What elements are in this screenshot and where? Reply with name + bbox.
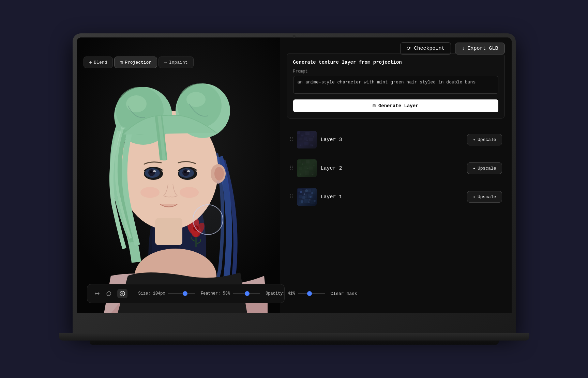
inpaint-label: Inpaint: [169, 60, 188, 65]
opacity-slider[interactable]: [298, 293, 325, 294]
layer-item-3: ⠿: [287, 127, 505, 153]
top-bar: ⟳ Checkpoint ↓ Export GLB: [393, 37, 511, 60]
feather-control: Feather: 53%: [201, 291, 260, 296]
prompt-input[interactable]: an anime-style character with mint green…: [293, 76, 498, 94]
laptop-camera: [293, 35, 296, 38]
layer-2-name: Layer 2: [321, 166, 463, 171]
svg-point-50: [300, 145, 301, 146]
svg-point-64: [307, 168, 308, 169]
layer-item-1: ⠿: [287, 184, 505, 210]
svg-rect-59: [309, 167, 313, 170]
svg-point-81: [311, 192, 313, 194]
clear-mask-button[interactable]: Clear mask: [331, 291, 357, 296]
svg-point-48: [306, 140, 308, 141]
svg-point-12: [195, 227, 197, 230]
generate-panel: Generate texture layer from projection P…: [287, 53, 505, 119]
svg-rect-42: [304, 137, 307, 140]
svg-point-80: [305, 189, 308, 192]
svg-point-34: [140, 187, 160, 198]
checkpoint-label: Checkpoint: [414, 46, 444, 51]
lasso-tool[interactable]: [106, 290, 112, 297]
laptop-foot: [90, 341, 499, 345]
svg-point-47: [301, 135, 303, 137]
drag-handle-1[interactable]: ⠿: [289, 193, 293, 200]
projection-label: Projection: [125, 60, 151, 65]
svg-point-28: [153, 170, 156, 172]
projection-icon: ◫: [120, 60, 123, 65]
drag-handle-2[interactable]: ⠿: [289, 165, 293, 172]
export-label: Export GLB: [467, 46, 498, 51]
brush-tool[interactable]: [117, 289, 127, 298]
svg-rect-56: [311, 161, 315, 165]
tab-projection[interactable]: ◫ Projection: [114, 57, 157, 68]
right-panel: Generate texture layer from projection P…: [280, 37, 512, 313]
upscale-2-icon: ✦: [473, 166, 476, 171]
upscale-button-3[interactable]: ✦ Upscale: [467, 134, 502, 145]
generate-label: Generate Layer: [378, 103, 419, 109]
svg-point-17: [216, 180, 220, 184]
layer-3-name: Layer 3: [321, 137, 463, 143]
svg-point-49: [313, 137, 314, 138]
svg-rect-55: [306, 160, 310, 163]
layer-item-2: ⠿: [287, 155, 505, 181]
laptop-base: [59, 333, 529, 341]
svg-rect-57: [299, 167, 302, 170]
svg-point-88: [309, 199, 311, 201]
generate-panel-title: Generate texture layer from projection: [293, 60, 498, 65]
layer-thumb-3: [297, 131, 317, 148]
svg-point-65: [313, 165, 314, 166]
svg-rect-40: [311, 133, 314, 137]
svg-point-27: [150, 171, 152, 173]
upscale-1-icon: ✦: [473, 194, 476, 200]
upscale-button-1[interactable]: ✦ Upscale: [467, 191, 502, 203]
opacity-label: Opacity: 41%: [266, 291, 295, 296]
svg-point-67: [312, 174, 313, 175]
bottom-toolbar: Size: 104px Feather: 53%: [87, 284, 285, 303]
svg-point-89: [107, 295, 109, 296]
svg-point-83: [310, 196, 312, 198]
svg-rect-73: [299, 195, 302, 198]
checkpoint-icon: ⟳: [407, 45, 411, 52]
generate-icon: ⊞: [373, 103, 375, 109]
size-slider[interactable]: [168, 293, 195, 294]
canvas-area[interactable]: [77, 37, 291, 313]
size-control: Size: 104px: [138, 291, 195, 296]
svg-point-79: [300, 191, 302, 193]
opacity-control: Opacity: 41%: [266, 291, 325, 296]
layer-list: ⠿: [287, 127, 505, 210]
export-glb-button[interactable]: ↓ Export GLB: [455, 43, 504, 54]
svg-point-66: [300, 174, 301, 175]
tab-inpaint[interactable]: ✏ Inpaint: [159, 57, 193, 68]
prompt-label: Prompt: [293, 69, 498, 74]
layer-thumb-2: [297, 159, 317, 177]
svg-point-51: [312, 145, 313, 146]
laptop-body: ⟳ Checkpoint ↓ Export GLB ◈ Blend: [73, 33, 516, 333]
svg-point-32: [184, 171, 186, 173]
svg-rect-61: [305, 171, 309, 175]
upscale-3-label: Upscale: [478, 137, 496, 142]
feather-label: Feather: 53%: [201, 291, 230, 296]
svg-point-87: [304, 193, 305, 195]
checkpoint-button[interactable]: ⟳ Checkpoint: [400, 42, 451, 55]
layer-1-name: Layer 1: [321, 194, 463, 200]
blend-icon: ◈: [89, 60, 92, 65]
svg-point-86: [314, 200, 316, 202]
svg-rect-41: [299, 138, 302, 140]
feather-slider[interactable]: [233, 293, 260, 294]
drag-handle-3[interactable]: ⠿: [289, 136, 293, 143]
screen-content: ⟳ Checkpoint ↓ Export GLB ◈ Blend: [77, 37, 512, 313]
svg-rect-58: [304, 166, 307, 169]
svg-rect-39: [305, 132, 310, 135]
upscale-button-2[interactable]: ✦ Upscale: [467, 162, 502, 174]
svg-point-22: [126, 95, 147, 112]
generate-layer-button[interactable]: ⊞ Generate Layer: [293, 99, 498, 112]
svg-point-63: [302, 163, 303, 165]
inpaint-icon: ✏: [164, 60, 167, 65]
svg-point-35: [180, 187, 199, 198]
svg-rect-45: [304, 142, 308, 145]
tab-blend[interactable]: ◈ Blend: [84, 57, 113, 68]
svg-point-85: [308, 201, 310, 203]
svg-rect-14: [155, 218, 182, 245]
transform-tool[interactable]: [94, 290, 100, 297]
upscale-2-label: Upscale: [478, 166, 496, 171]
